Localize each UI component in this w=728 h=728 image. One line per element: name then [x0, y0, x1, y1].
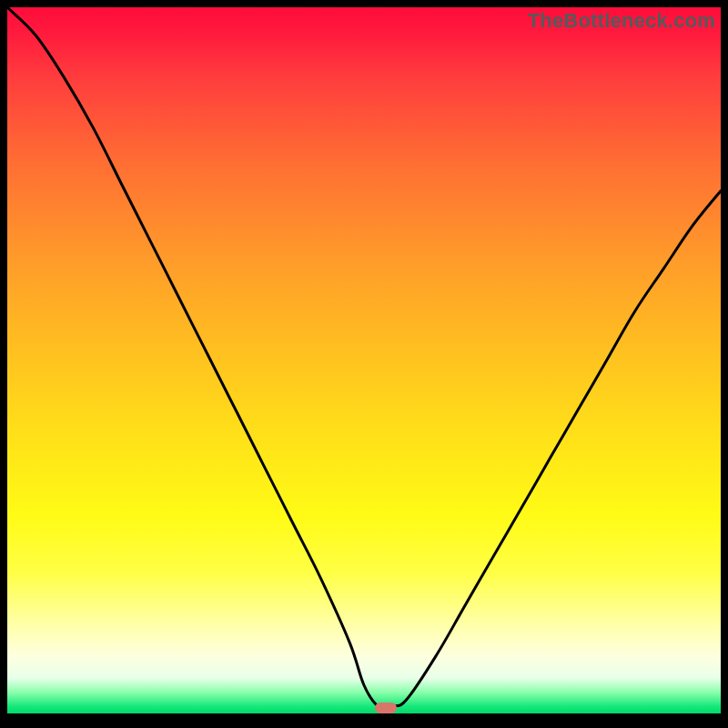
- bottleneck-curve: [7, 7, 721, 713]
- minimum-marker: [375, 703, 397, 713]
- chart-frame: TheBottleneck.com: [0, 0, 728, 728]
- plot-area: [7, 7, 721, 713]
- watermark-text: TheBottleneck.com: [528, 9, 715, 33]
